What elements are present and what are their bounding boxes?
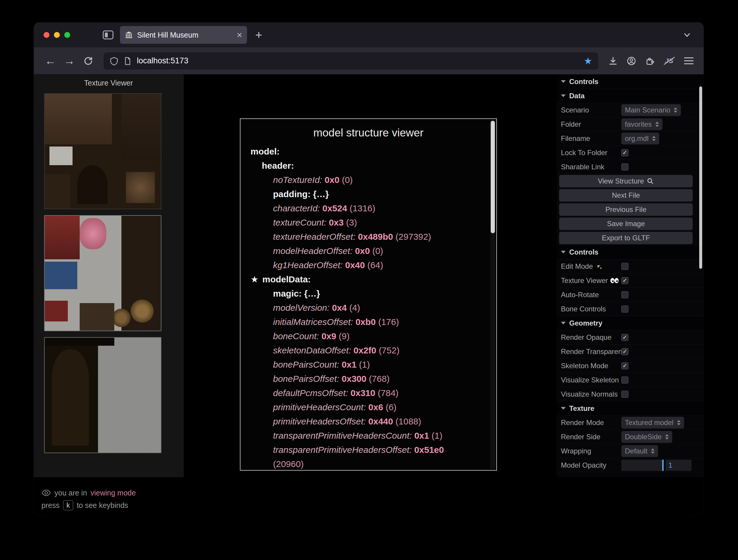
forward-button[interactable]: → — [61, 53, 78, 69]
model-viewport[interactable]: model structure viewer model:header:noTe… — [183, 75, 557, 516]
tree-node-bonepairsoffset[interactable]: bonePairsOffset: 0x300 (768) — [241, 372, 496, 386]
button-previous-file[interactable]: Previous File — [559, 203, 693, 216]
button-save-image[interactable]: Save Image — [559, 217, 693, 230]
gui-folder-header-texture[interactable]: Texture — [557, 401, 704, 416]
checkbox-lock-to-folder[interactable]: ✓ — [621, 149, 629, 156]
select-folder[interactable]: favorites — [621, 118, 663, 130]
page-scrollbar-thumb[interactable] — [699, 86, 702, 269]
button-view-structure[interactable]: View Structure — [559, 175, 693, 187]
gui-folder-header-data[interactable]: Data — [557, 89, 704, 103]
select-render-mode[interactable]: Textured model — [621, 417, 684, 429]
tree-key: skeletonDataOffset: — [273, 346, 354, 355]
tree-node-bonepairscount[interactable]: bonePairsCount: 0x1 (1) — [241, 358, 496, 372]
downloads-icon[interactable] — [608, 56, 618, 66]
gui-folder-header-controls[interactable]: Controls — [557, 75, 704, 89]
tree-node-primitiveheaderscount[interactable]: primitiveHeadersCount: 0x6 (6) — [241, 400, 496, 414]
checkbox-visualize-skeleton[interactable] — [621, 377, 629, 384]
select-wrapping[interactable]: Default — [621, 445, 658, 457]
bookmark-star-icon[interactable]: ★ — [584, 56, 592, 66]
gui-row-label-sharable-link: Sharable Link — [561, 163, 621, 171]
mode-text[interactable]: viewing mode — [91, 489, 136, 497]
slider-model-opacity[interactable] — [621, 460, 664, 471]
checkbox-sharable-link[interactable] — [621, 163, 629, 170]
tree-value-hex: 0x489b0 — [358, 232, 393, 241]
gui-folder-label: Controls — [569, 78, 599, 86]
tab-close-icon[interactable]: × — [237, 30, 242, 40]
tree-value-hex: 0x9 — [321, 331, 336, 341]
gui-folder-header-controls[interactable]: Controls — [557, 245, 704, 259]
firefox-view-icon[interactable] — [103, 30, 113, 39]
url-bar[interactable]: localhost:5173 ★ — [104, 52, 598, 70]
checkbox-render-transparent[interactable]: ✓ — [621, 348, 629, 355]
tree-node-transparentprimitiveheaderscount[interactable]: transparentPrimitiveHeadersCount: 0x1 (1… — [241, 429, 496, 443]
modal-scrollbar-thumb[interactable] — [491, 121, 495, 233]
checkbox-visualize-normals[interactable] — [621, 391, 629, 398]
gui-row-label-render-transparent: Render Transparent — [561, 348, 621, 356]
tree-node-defaultpcmsoffset[interactable]: defaultPcmsOffset: 0x310 (784) — [241, 386, 496, 400]
tree-node-model[interactable]: model: — [241, 144, 496, 159]
gui-row-auto-rotate: Auto-Rotate — [557, 288, 704, 302]
tab-silent-hill-museum[interactable]: Silent Hill Museum × — [120, 26, 247, 44]
tree-node-magic[interactable]: magic: {…} — [241, 287, 496, 301]
tree-value-dec: (297392) — [393, 232, 431, 241]
account-icon[interactable] — [627, 56, 636, 66]
extensions-puzzle-icon[interactable] — [645, 56, 655, 66]
tree-node-modelversion[interactable]: modelVersion: 0x4 (4) — [241, 301, 496, 315]
chevron-down-icon — [561, 407, 566, 410]
tree-node-initialmatricesoffset[interactable]: initialMatricesOffset: 0xb0 (176) — [241, 315, 496, 329]
checkbox-skeleton-mode[interactable]: ✓ — [621, 362, 629, 370]
minimize-window-button[interactable] — [54, 32, 60, 38]
menu-icon[interactable] — [684, 57, 694, 64]
tab-overflow-chevron-icon[interactable] — [682, 30, 692, 40]
zoom-window-button[interactable] — [64, 32, 70, 38]
select-render-side[interactable]: DoubleSide — [621, 431, 672, 443]
tree-node-textureheaderoffset[interactable]: textureHeaderOffset: 0x489b0 (297392) — [241, 230, 496, 244]
close-window-button[interactable] — [43, 32, 49, 38]
page-info-icon[interactable] — [123, 56, 132, 65]
tree-node-header[interactable]: header: — [241, 159, 496, 173]
back-button[interactable]: ← — [42, 53, 59, 69]
number-input-model-opacity[interactable]: 1 — [666, 460, 692, 471]
tree-node-primitiveheadersoffset[interactable]: primitiveHeadersOffset: 0x440 (1088) — [241, 414, 496, 429]
tree-node-texturecount[interactable]: textureCount: 0x3 (3) — [241, 215, 496, 230]
tree-node-padding[interactable]: padding: {…} — [241, 187, 496, 201]
tree-node-modelheaderoffset[interactable]: modelHeaderOffset: 0x0 (0) — [241, 244, 496, 258]
checkbox-edit-mode[interactable] — [621, 263, 629, 270]
tree-value-dec: (6) — [383, 402, 397, 412]
tree-node-modeldata[interactable]: ★modelData: — [241, 272, 496, 287]
tree-node-skeletondataoffset[interactable]: skeletonDataOffset: 0x2f0 (752) — [241, 343, 496, 358]
checkbox-auto-rotate[interactable] — [621, 291, 629, 299]
checkbox-texture-viewer[interactable]: ✓ — [621, 277, 629, 284]
tree-node-characterid[interactable]: characterId: 0x524 (1316) — [241, 201, 496, 215]
button-export-to-gltf[interactable]: Export to GLTF — [559, 232, 693, 244]
select-scenario[interactable]: Main Scenario — [621, 104, 681, 116]
gui-row-label-model-opacity: Model Opacity — [561, 461, 621, 469]
checkbox-render-opaque[interactable]: ✓ — [621, 334, 629, 341]
slider-thumb[interactable] — [662, 460, 664, 471]
reload-button[interactable] — [80, 53, 96, 69]
gui-row-filename: Filenameorg.mdl — [557, 131, 704, 146]
tree-value-hex: 0x0 — [325, 175, 339, 185]
new-tab-button[interactable]: + — [255, 28, 262, 42]
tracking-protection-shield-icon[interactable] — [109, 56, 118, 65]
select-filename[interactable]: org.mdl — [621, 133, 659, 144]
tree-node-notextureid[interactable]: noTextureId: 0x0 (0) — [241, 173, 496, 187]
texture-thumbnail-2[interactable] — [44, 215, 161, 331]
url-input[interactable]: localhost:5173 — [137, 56, 579, 65]
tree-key: textureHeaderOffset: — [273, 232, 358, 241]
texture-thumbnail-1[interactable] — [44, 93, 161, 209]
javascript-disabled-icon[interactable]: JS — [663, 56, 675, 66]
tree-key: noTextureId: — [273, 175, 325, 185]
gui-folder-header-geometry[interactable]: Geometry — [557, 316, 704, 330]
tree-node-kg1headeroffset[interactable]: kg1HeaderOffset: 0x40 (64) — [241, 258, 496, 272]
tree-value-hex: 0x1 — [342, 360, 357, 370]
gui-row-label-folder: Folder — [561, 120, 621, 128]
checkbox-bone-controls[interactable] — [621, 306, 629, 313]
modal-scrollbar[interactable] — [490, 120, 495, 469]
tree-node-transparentprimitiveheadersoffset[interactable]: transparentPrimitiveHeadersOffset: 0x51e… — [241, 443, 496, 471]
gui-row-label-visualize-skeleton: Visualize Skeleton — [561, 376, 621, 384]
tree-node-bonecount[interactable]: boneCount: 0x9 (9) — [241, 329, 496, 343]
texture-thumbnail-3[interactable] — [44, 337, 161, 453]
button-next-file[interactable]: Next File — [559, 189, 693, 201]
gui-folder-label: Controls — [569, 248, 599, 256]
